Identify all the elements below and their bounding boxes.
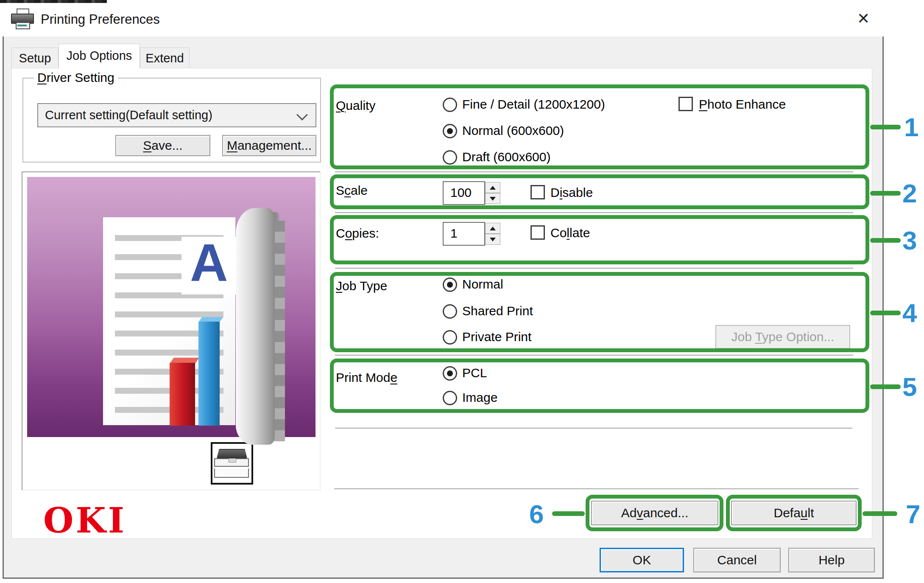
annotation-line-2 [870,191,901,196]
annotation-box-4 [330,272,869,352]
separator [334,488,859,490]
tab-setup[interactable]: Setup [11,48,59,68]
help-button[interactable]: Help [788,548,875,572]
separator [335,268,853,269]
driver-setting-dropdown[interactable]: Current setting(Default setting) [37,103,316,127]
callout-number-5: 5 [902,372,917,402]
save-button[interactable]: Save... [115,135,210,156]
background-window-artifact [0,0,107,3]
separator [335,355,853,356]
ok-button[interactable]: OK [600,548,684,572]
annotation-box-5 [330,359,869,413]
separator [335,171,853,173]
callout-number-6: 6 [529,499,544,529]
annotation-line-6 [552,511,585,516]
close-icon[interactable]: ✕ [851,8,875,29]
tab-extend[interactable]: Extend [140,48,190,68]
callout-number-3: 3 [902,225,917,255]
annotation-box-3 [330,215,869,264]
driver-setting-dropdown-value: Current setting(Default setting) [45,108,212,122]
annotation-line-3 [870,238,901,243]
chevron-down-icon [296,109,308,121]
separator [335,428,852,429]
chart-bar-red [170,363,195,426]
annotation-box-1 [330,84,869,169]
callout-number-1: 1 [904,112,918,142]
callout-number-4: 4 [902,298,917,328]
management-button[interactable]: Management... [222,135,316,156]
window-title: Printing Preferences [41,12,160,27]
oki-logo: OKI [43,500,126,541]
chart-bar-blue [198,322,220,426]
screenshot-root: Printing Preferences ✕ Setup Job Options… [0,0,924,583]
driver-setting-label: Driver Setting [34,70,118,85]
annotation-box-7 [726,495,862,531]
tab-job-options[interactable]: Job Options [59,44,140,69]
annotation-line-4 [870,311,901,315]
printer-icon [11,8,33,29]
annotation-box-2 [330,174,869,209]
printer-preview-icon [211,442,253,485]
callout-number-2: 2 [902,178,917,208]
callout-number-7: 7 [906,499,920,529]
cancel-button[interactable]: Cancel [693,548,781,572]
annotation-line-5 [870,384,901,389]
page-curl [236,208,275,445]
annotation-box-6 [586,495,723,531]
annotation-line-7 [863,511,897,516]
separator [335,212,853,213]
annotation-line-1 [870,125,901,129]
document-letter: A [190,233,228,293]
